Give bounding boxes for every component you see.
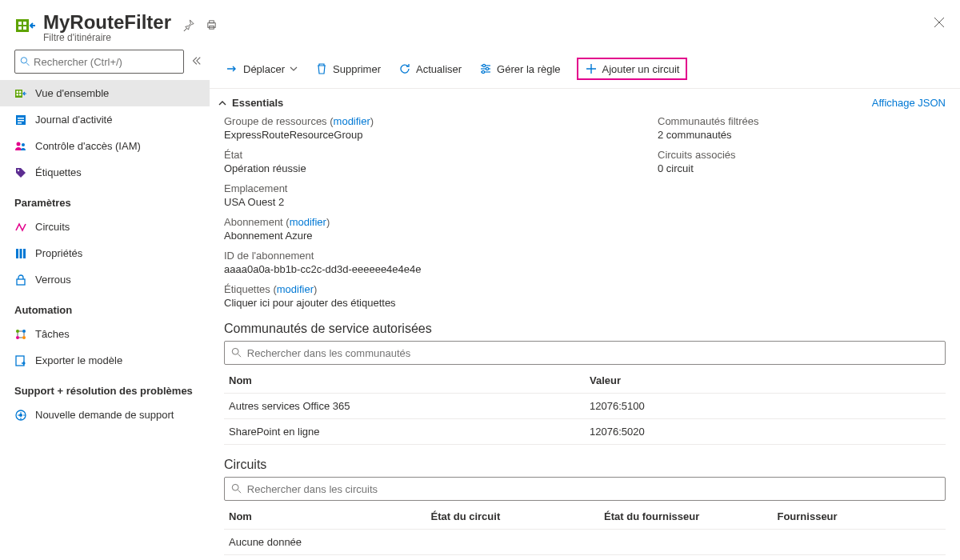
- svg-rect-17: [18, 120, 24, 122]
- tasks-icon: [14, 328, 27, 341]
- circuits-icon: [14, 221, 27, 234]
- sidebar-item-properties[interactable]: Propriétés: [0, 240, 210, 266]
- circuits-col-provider[interactable]: Fournisseur: [772, 504, 946, 530]
- essentials-section: Groupe de ressources (modifier) ExpressR…: [210, 112, 960, 317]
- print-icon[interactable]: [206, 19, 218, 31]
- filtered-communities-value: 2 communautés: [658, 129, 946, 141]
- refresh-button[interactable]: Actualiser: [397, 59, 463, 78]
- sidebar-item-circuits[interactable]: Circuits: [0, 214, 210, 240]
- activity-log-icon: [14, 114, 27, 126]
- modify-resource-group-link[interactable]: modifier: [334, 115, 370, 127]
- communities-col-value[interactable]: Valeur: [585, 368, 946, 394]
- page-subtitle: Filtre d'itinéraire: [43, 32, 171, 43]
- filtered-communities-label: Communautés filtrées: [658, 115, 946, 127]
- subscription-id-label: ID de l'abonnement: [224, 250, 610, 262]
- svg-rect-23: [20, 249, 22, 258]
- close-icon[interactable]: [933, 16, 946, 29]
- collapse-sidebar-icon[interactable]: [190, 55, 202, 69]
- svg-rect-2: [23, 22, 26, 25]
- page-title: MyRouteFilter: [43, 11, 171, 34]
- table-row: Aucune donnée: [224, 530, 946, 555]
- support-icon: [14, 409, 27, 422]
- modify-tags-link[interactable]: modifier: [277, 283, 314, 295]
- sidebar-label: Journal d'activité: [35, 114, 112, 126]
- tags-value[interactable]: Cliquer ici pour ajouter des étiquettes: [224, 297, 610, 309]
- sidebar-item-new-support-request[interactable]: Nouvelle demande de support: [0, 402, 210, 428]
- circuits-table: Nom État du circuit État du fournisseur …: [224, 504, 946, 555]
- svg-rect-11: [17, 90, 19, 93]
- communities-section: Communautés de service autorisées Nom Va…: [210, 317, 960, 453]
- circuits-col-state[interactable]: État du circuit: [426, 504, 599, 530]
- svg-line-9: [26, 63, 29, 66]
- location-label: Emplacement: [224, 182, 610, 194]
- sidebar-item-overview[interactable]: Vue d'ensemble: [0, 80, 210, 106]
- svg-rect-24: [23, 249, 26, 258]
- essentials-toggle[interactable]: Essentials: [218, 97, 283, 109]
- access-control-icon: [14, 140, 27, 153]
- sidebar-item-iam[interactable]: Contrôle d'accès (IAM): [0, 133, 210, 159]
- svg-point-39: [232, 348, 238, 354]
- page-header: MyRouteFilter Filtre d'itinéraire: [0, 0, 960, 50]
- sidebar: Vue d'ensemble Journal d'activité Contrô…: [0, 50, 210, 560]
- circuits-nodata: Aucune donnée: [224, 530, 946, 555]
- svg-point-20: [22, 143, 25, 146]
- move-button[interactable]: Déplacer: [224, 59, 299, 78]
- sidebar-item-tags[interactable]: Étiquettes: [0, 159, 210, 186]
- subscription-value[interactable]: Abonnement Azure: [224, 230, 610, 242]
- sidebar-item-export-template[interactable]: Exporter le modèle: [0, 347, 210, 374]
- svg-line-40: [238, 354, 241, 357]
- modify-subscription-link[interactable]: modifier: [290, 216, 326, 228]
- resource-group-value[interactable]: ExpressRouteResourceGroup: [224, 129, 610, 141]
- sidebar-label: Nouvelle demande de support: [35, 409, 174, 421]
- communities-col-name[interactable]: Nom: [224, 368, 585, 394]
- plus-icon: [585, 62, 598, 75]
- svg-rect-6: [210, 21, 214, 23]
- search-icon: [20, 56, 30, 67]
- delete-button[interactable]: Supprimer: [314, 59, 382, 78]
- sidebar-label: Contrôle d'accès (IAM): [35, 140, 141, 152]
- sidebar-item-tasks[interactable]: Tâches: [0, 321, 210, 347]
- svg-rect-22: [16, 249, 18, 258]
- table-row[interactable]: Autres services Office 365 12076:5100: [224, 394, 946, 419]
- chevron-down-icon: [290, 65, 298, 73]
- svg-rect-14: [19, 94, 22, 96]
- sidebar-search[interactable]: [14, 50, 184, 74]
- communities-search-input[interactable]: [242, 347, 938, 359]
- svg-point-8: [21, 58, 26, 63]
- json-view-link[interactable]: Affichage JSON: [872, 97, 946, 109]
- svg-point-41: [232, 484, 238, 490]
- svg-rect-25: [17, 279, 25, 285]
- svg-line-42: [238, 490, 241, 493]
- tags-icon: [14, 166, 27, 179]
- svg-rect-16: [18, 118, 24, 119]
- table-row[interactable]: SharePoint en ligne 12076:5020: [224, 419, 946, 445]
- svg-point-28: [16, 336, 19, 339]
- svg-rect-1: [18, 22, 22, 25]
- sidebar-search-input[interactable]: [30, 56, 178, 68]
- circuits-col-provider-state[interactable]: État du fournisseur: [599, 504, 772, 530]
- communities-section-title: Communautés de service autorisées: [224, 322, 946, 336]
- pin-icon[interactable]: [182, 19, 194, 31]
- sidebar-item-activity-log[interactable]: Journal d'activité: [0, 106, 210, 133]
- manage-rule-button[interactable]: Gérer la règle: [478, 59, 562, 78]
- circuits-search-input[interactable]: [242, 483, 938, 495]
- circuits-search[interactable]: [224, 477, 946, 501]
- export-template-icon: [14, 354, 27, 367]
- circuits-col-name[interactable]: Nom: [224, 504, 426, 530]
- svg-point-19: [17, 142, 21, 146]
- svg-rect-3: [18, 26, 22, 30]
- route-filter-small-icon: [14, 87, 27, 100]
- svg-point-29: [22, 336, 26, 339]
- svg-rect-10: [15, 90, 22, 98]
- trash-icon: [315, 62, 328, 75]
- sidebar-section-support: Support + résolution des problèmes: [0, 374, 210, 402]
- tags-label: Étiquettes (modifier): [224, 283, 610, 295]
- communities-search[interactable]: [224, 341, 946, 365]
- svg-rect-30: [16, 356, 24, 366]
- settings-icon: [479, 62, 492, 75]
- add-circuit-button[interactable]: Ajouter un circuit: [577, 58, 688, 80]
- sidebar-item-locks[interactable]: Verrous: [0, 266, 210, 293]
- communities-table: Nom Valeur Autres services Office 365 12…: [224, 368, 946, 445]
- sidebar-label: Exporter le modèle: [35, 354, 122, 366]
- svg-point-27: [22, 330, 26, 333]
